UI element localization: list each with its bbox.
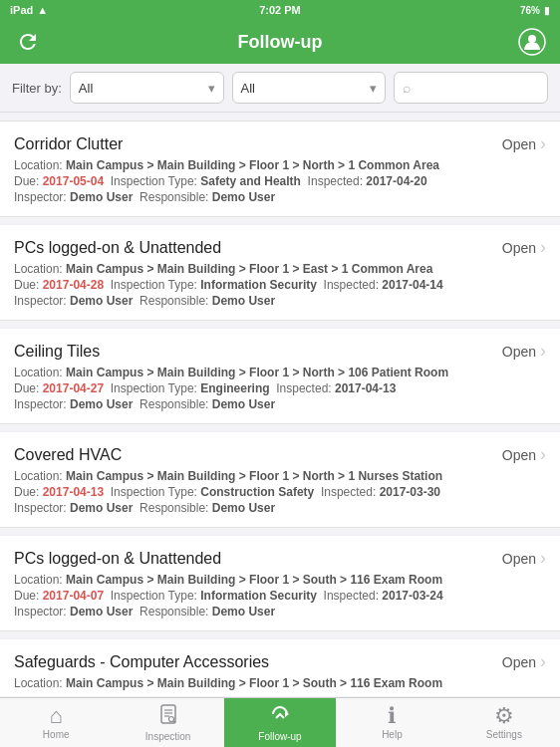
- item-location-3: Location: Main Campus > Main Building > …: [14, 469, 546, 483]
- status-bar: iPad ▲ 7:02 PM 76% ▮: [0, 0, 560, 20]
- refresh-button[interactable]: [14, 28, 42, 56]
- home-icon: ⌂: [50, 705, 63, 727]
- refresh-icon[interactable]: [14, 28, 42, 56]
- items-list: Corridor Clutter Open › Location: Main C…: [0, 113, 560, 696]
- chevron-right-icon-3: ›: [540, 444, 546, 465]
- followup-icon: [269, 703, 291, 729]
- list-item-content-3: Covered HVAC Open › Location: Main Campu…: [14, 444, 546, 515]
- item-status-4: Open ›: [502, 548, 546, 569]
- filter2-value: All: [241, 81, 255, 96]
- list-item[interactable]: PCs logged-on & Unattended Open › Locati…: [0, 536, 560, 631]
- wifi-icon: ▲: [37, 4, 48, 16]
- filter1-value: All: [79, 81, 93, 96]
- filter-bar: Filter by: All ▾ All ▾ ⌕: [0, 64, 560, 113]
- avatar-icon[interactable]: [518, 28, 546, 56]
- item-inspector-3: Inspector: Demo User Responsible: Demo U…: [14, 501, 546, 515]
- item-title-5: Safeguards - Computer Accessories: [14, 653, 269, 671]
- list-item-content-1: PCs logged-on & Unattended Open › Locati…: [14, 237, 546, 308]
- item-meta-4: Due: 2017-04-07 Inspection Type: Informa…: [14, 589, 546, 603]
- filter-dropdown-2[interactable]: All ▾: [232, 72, 387, 104]
- settings-icon: ⚙: [494, 705, 514, 727]
- nav-label-inspection: Inspection: [145, 731, 191, 742]
- section-gap-1: [0, 217, 560, 225]
- item-location-0: Location: Main Campus > Main Building > …: [14, 158, 546, 172]
- item-title-1: PCs logged-on & Unattended: [14, 239, 221, 257]
- list-item[interactable]: Corridor Clutter Open › Location: Main C…: [0, 121, 560, 217]
- list-item[interactable]: Safeguards - Computer Accessories Open ›…: [0, 639, 560, 696]
- item-location-4: Location: Main Campus > Main Building > …: [14, 573, 546, 587]
- item-status-0: Open ›: [502, 133, 546, 154]
- list-item-content-4: PCs logged-on & Unattended Open › Locati…: [14, 548, 546, 619]
- list-item-content-5: Safeguards - Computer Accessories Open ›…: [14, 651, 546, 692]
- page-title: Follow-up: [238, 32, 323, 53]
- nav-label-settings: Settings: [486, 729, 522, 740]
- item-meta-0: Due: 2017-05-04 Inspection Type: Safety …: [14, 174, 546, 188]
- section-gap-3: [0, 424, 560, 432]
- nav-item-settings[interactable]: ⚙ Settings: [448, 698, 560, 747]
- status-bar-right: 76% ▮: [520, 5, 550, 16]
- item-location-1: Location: Main Campus > Main Building > …: [14, 262, 546, 276]
- item-inspector-0: Inspector: Demo User Responsible: Demo U…: [14, 190, 546, 204]
- item-meta-2: Due: 2017-04-27 Inspection Type: Enginee…: [14, 381, 546, 395]
- carrier-label: iPad: [10, 4, 33, 16]
- item-inspector-2: Inspector: Demo User Responsible: Demo U…: [14, 397, 546, 411]
- chevron-down-icon-2: ▾: [370, 81, 377, 96]
- list-item-content-0: Corridor Clutter Open › Location: Main C…: [14, 133, 546, 204]
- avatar-button[interactable]: [518, 28, 546, 56]
- chevron-right-icon-4: ›: [540, 548, 546, 569]
- list-item[interactable]: PCs logged-on & Unattended Open › Locati…: [0, 225, 560, 321]
- section-gap-4: [0, 528, 560, 536]
- item-inspector-4: Inspector: Demo User Responsible: Demo U…: [14, 605, 546, 619]
- help-icon: ℹ: [388, 705, 396, 727]
- item-status-1: Open ›: [502, 237, 546, 258]
- item-title-0: Corridor Clutter: [14, 135, 123, 153]
- inspection-icon: [157, 703, 179, 729]
- search-box[interactable]: ⌕: [394, 72, 548, 104]
- battery-icon: ▮: [544, 5, 550, 16]
- item-status-5: Open ›: [502, 651, 546, 672]
- svg-point-1: [528, 35, 536, 43]
- chevron-down-icon-1: ▾: [208, 81, 215, 96]
- nav-item-inspection[interactable]: Inspection: [112, 698, 223, 747]
- item-meta-1: Due: 2017-04-28 Inspection Type: Informa…: [14, 278, 546, 292]
- nav-label-home: Home: [43, 729, 70, 740]
- item-status-2: Open ›: [502, 341, 546, 362]
- section-gap-2: [0, 321, 560, 329]
- status-bar-left: iPad ▲: [10, 4, 48, 16]
- search-icon: ⌕: [403, 80, 411, 96]
- list-item[interactable]: Covered HVAC Open › Location: Main Campu…: [0, 432, 560, 528]
- item-title-2: Ceiling Tiles: [14, 343, 100, 361]
- chevron-right-icon-0: ›: [540, 133, 546, 154]
- item-location-5: Location: Main Campus > Main Building > …: [14, 676, 546, 690]
- filter-label: Filter by:: [12, 81, 62, 96]
- nav-label-help: Help: [382, 729, 403, 740]
- nav-item-help[interactable]: ℹ Help: [336, 698, 447, 747]
- svg-point-6: [168, 717, 173, 722]
- item-meta-3: Due: 2017-04-13 Inspection Type: Constru…: [14, 485, 546, 499]
- filter-dropdown-1[interactable]: All ▾: [70, 72, 224, 104]
- section-gap-5: [0, 631, 560, 639]
- item-location-2: Location: Main Campus > Main Building > …: [14, 366, 546, 379]
- item-title-3: Covered HVAC: [14, 446, 122, 464]
- chevron-right-icon-1: ›: [540, 237, 546, 258]
- item-status-3: Open ›: [502, 444, 546, 465]
- list-item-content-2: Ceiling Tiles Open › Location: Main Camp…: [14, 341, 546, 411]
- list-item[interactable]: Ceiling Tiles Open › Location: Main Camp…: [0, 329, 560, 424]
- chevron-right-icon-5: ›: [540, 651, 546, 672]
- bottom-nav: ⌂ Home Inspection Follow-up ℹ Hel: [0, 697, 560, 747]
- nav-label-followup: Follow-up: [258, 731, 301, 742]
- battery-label: 76%: [520, 5, 540, 16]
- chevron-right-icon-2: ›: [540, 341, 546, 362]
- item-inspector-1: Inspector: Demo User Responsible: Demo U…: [14, 294, 546, 308]
- header: Follow-up: [0, 20, 560, 64]
- nav-item-home[interactable]: ⌂ Home: [0, 698, 112, 747]
- item-title-4: PCs logged-on & Unattended: [14, 550, 221, 568]
- nav-item-followup[interactable]: Follow-up: [224, 698, 336, 747]
- status-time: 7:02 PM: [259, 4, 301, 16]
